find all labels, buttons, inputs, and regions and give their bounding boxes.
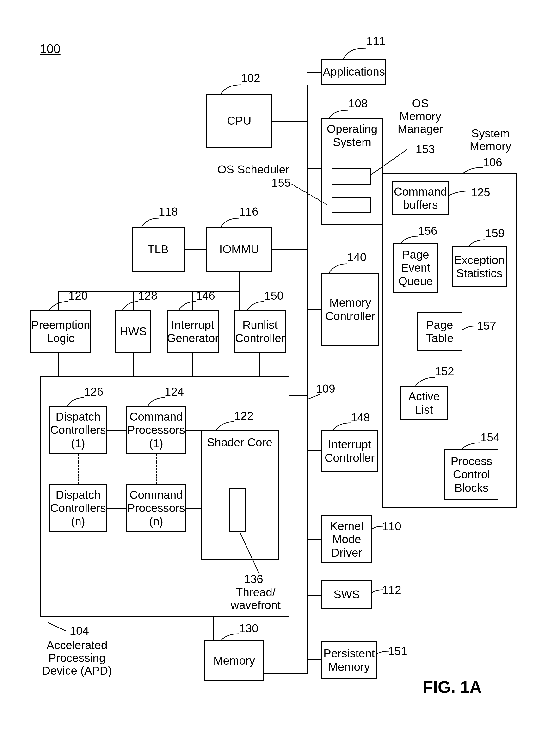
os-sched-box [331,197,371,213]
bus-vertical [307,85,308,674]
int-ctrl-box: Interrupt Controller [321,430,378,472]
conn-cpu-bus [272,121,308,122]
cpn-shader [186,508,200,509]
persist-mem-label: Persistent Memory [323,647,375,673]
ref-128: 128 [138,290,157,302]
hws-box: HWS [115,310,151,353]
ref-118: 118 [159,205,178,218]
conn-apps-bus [307,72,321,73]
curve-106 [464,167,483,173]
cp1-box: Command Processors (1) [126,406,186,454]
conn-tlb-iommu [184,249,206,250]
pcb-box: Process Control Blocks [444,449,499,500]
applications-label: Applications [323,65,385,78]
page-table-box: Page Table [417,312,462,351]
page-table-label: Page Table [420,318,459,345]
ref-152: 152 [435,365,454,378]
hws-label: HWS [120,325,147,338]
dc-dash [78,454,79,484]
active-list-box: Active List [400,386,448,420]
drop-runlist [260,353,260,376]
ref-116: 116 [239,205,258,218]
thread-label: Thread/ wavefront [231,586,281,612]
curve-130 [221,633,239,640]
midrow-drop-2 [133,291,134,310]
dc1-cp1 [107,430,126,431]
int-gen-box: Interrupt Generator [167,310,219,353]
midrow-drop-1 [58,291,59,310]
apd-label: Accelerated Processing Device (APD) [42,639,112,677]
curve-111 [343,47,366,59]
int-ctrl-label: Interrupt Controller [324,438,375,464]
conn-persist-bus [307,659,321,660]
preemption-box: Preemption Logic [30,310,91,353]
curve-151 [377,650,389,654]
page-event-queue-label: Page Event Queue [396,248,436,288]
diagram-canvas: 109 100 Applications 111 CPU 102 Operati… [0,0,560,739]
ref-106: 106 [483,156,502,169]
cpu-label: CPU [227,114,251,127]
int-gen-label: Interrupt Generator [167,318,219,345]
memory-box: Memory [204,640,264,681]
ref-125: 125 [471,186,490,199]
conn-intctrl-bus [307,450,321,451]
midrow-drop-4 [239,291,240,310]
conn-sws-bus [307,595,321,596]
cpu-box: CPU [206,94,272,148]
conn-mem-apd [213,617,214,640]
kmd-label: Kernel Mode Driver [324,520,369,559]
ref-153: 153 [416,143,435,156]
curve-148 [333,422,351,430]
drop-intgen [192,353,193,376]
iommu-box: IOMMU [206,227,272,272]
ref-110: 110 [382,520,401,533]
sys-memory-title: System Memory [470,127,511,153]
ref-159: 159 [485,227,505,240]
dc1-label: Dispatch Controllers (1) [50,410,106,450]
exception-stats-label: Exception Statistics [454,254,505,280]
runlist-box: Runlist Controller [234,310,286,353]
ref-102: 102 [241,72,260,85]
thread-box [230,488,246,532]
lead-104 [48,622,66,632]
ref-104: 104 [70,625,89,637]
ref-148: 148 [351,411,370,424]
shader-core-label: Shader Core [207,436,272,449]
ref-150: 150 [264,290,283,302]
curve-140 [329,263,347,273]
ref-122: 122 [234,410,254,422]
sws-box: SWS [321,580,372,609]
pcb-label: Process Control Blocks [447,455,496,494]
conn-os-bus [307,168,321,169]
sws-label: SWS [333,588,360,601]
preemption-label: Preemption Logic [31,318,90,345]
os-label: Operating System [324,122,380,149]
ref-156: 156 [418,225,437,237]
ref-111: 111 [366,35,386,47]
ref-155: 155 [271,177,291,189]
conn-kmd-bus [307,539,321,540]
os-mm-box [331,168,371,184]
conn-iommu-down [239,272,240,291]
dcn-label: Dispatch Controllers (n) [50,488,106,528]
ref-120: 120 [68,290,88,302]
lead-109 [308,394,320,399]
ref-126: 126 [84,386,103,398]
curve-150 [248,301,264,310]
ref-151: 151 [388,645,407,658]
ref-146: 146 [196,290,215,302]
drop-hws [133,353,134,376]
dc1-box: Dispatch Controllers (1) [49,406,107,454]
kmd-box: Kernel Mode Driver [321,515,372,563]
mem-controller-box: Memory Controller [321,273,379,346]
cmd-buffers-label: Command buffers [394,185,447,211]
os-sched-label: OS Scheduler [218,163,289,176]
ref-108: 108 [348,97,368,110]
figure-ref: 100 [40,42,60,56]
runlist-label: Runlist Controller [235,318,285,345]
page-event-queue-box: Page Event Queue [393,243,438,293]
conn-iommu-bus [272,249,308,250]
persist-mem-box: Persistent Memory [321,641,377,679]
ref-124: 124 [165,386,184,398]
curve-118 [142,217,159,227]
